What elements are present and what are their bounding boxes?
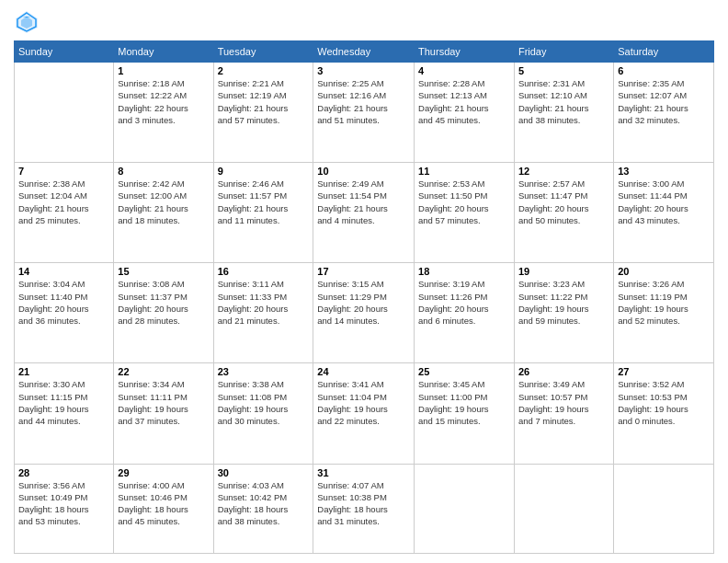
day-number: 7: [18, 166, 109, 177]
day-number: 5: [518, 65, 609, 76]
day-number: 6: [618, 65, 710, 76]
day-info: Sunrise: 3:08 AM Sunset: 11:37 PM Daylig…: [118, 278, 209, 327]
day-info: Sunrise: 2:53 AM Sunset: 11:50 PM Daylig…: [418, 178, 510, 226]
calendar-page: Blue SundayMondayTuesdayWednesdayThursda…: [0, 0, 728, 563]
day-info: Sunrise: 2:42 AM Sunset: 12:00 AM Daylig…: [118, 178, 209, 226]
calendar-cell: 13Sunrise: 3:00 AM Sunset: 11:44 PM Dayl…: [614, 163, 714, 263]
day-info: Sunrise: 3:23 AM Sunset: 11:22 PM Daylig…: [518, 278, 609, 327]
day-info: Sunrise: 3:45 AM Sunset: 11:00 PM Daylig…: [418, 378, 510, 427]
calendar-cell: 6Sunrise: 2:35 AM Sunset: 12:07 AM Dayli…: [614, 63, 714, 163]
day-number: 31: [317, 467, 410, 478]
day-number: 28: [18, 467, 109, 478]
calendar-cell: 4Sunrise: 2:28 AM Sunset: 12:13 AM Dayli…: [415, 63, 515, 163]
day-info: Sunrise: 2:25 AM Sunset: 12:16 AM Daylig…: [317, 77, 410, 126]
day-number: 10: [317, 166, 410, 177]
calendar-cell: 19Sunrise: 3:23 AM Sunset: 11:22 PM Dayl…: [514, 263, 613, 363]
day-info: Sunrise: 3:11 AM Sunset: 11:33 PM Daylig…: [218, 278, 310, 327]
week-row-3: 14Sunrise: 3:04 AM Sunset: 11:40 PM Dayl…: [15, 263, 714, 363]
col-header-friday: Friday: [514, 41, 613, 63]
calendar-cell: 11Sunrise: 2:53 AM Sunset: 11:50 PM Dayl…: [415, 163, 515, 263]
col-header-wednesday: Wednesday: [313, 41, 415, 63]
week-row-4: 21Sunrise: 3:30 AM Sunset: 11:15 PM Dayl…: [15, 363, 714, 464]
day-number: 1: [118, 65, 209, 76]
day-info: Sunrise: 2:28 AM Sunset: 12:13 AM Daylig…: [418, 77, 510, 126]
day-number: 21: [18, 366, 109, 377]
day-number: 17: [317, 266, 410, 277]
calendar-cell: 5Sunrise: 2:31 AM Sunset: 12:10 AM Dayli…: [514, 63, 613, 163]
day-number: 12: [518, 166, 609, 177]
day-number: 14: [18, 266, 109, 277]
day-info: Sunrise: 2:57 AM Sunset: 11:47 PM Daylig…: [518, 178, 609, 226]
col-header-monday: Monday: [114, 41, 213, 63]
day-info: Sunrise: 4:03 AM Sunset: 10:42 PM Daylig…: [218, 479, 310, 528]
day-info: Sunrise: 2:21 AM Sunset: 12:19 AM Daylig…: [218, 77, 310, 126]
day-info: Sunrise: 3:00 AM Sunset: 11:44 PM Daylig…: [618, 178, 710, 226]
calendar-cell: 8Sunrise: 2:42 AM Sunset: 12:00 AM Dayli…: [114, 163, 213, 263]
calendar-cell: 10Sunrise: 2:49 AM Sunset: 11:54 PM Dayl…: [313, 163, 415, 263]
calendar-cell: 14Sunrise: 3:04 AM Sunset: 11:40 PM Dayl…: [15, 263, 114, 363]
calendar-cell: 9Sunrise: 2:46 AM Sunset: 11:57 PM Dayli…: [213, 163, 313, 263]
header: Blue: [14, 9, 714, 35]
col-header-saturday: Saturday: [614, 41, 714, 63]
calendar-cell: 25Sunrise: 3:45 AM Sunset: 11:00 PM Dayl…: [415, 363, 515, 464]
day-info: Sunrise: 2:31 AM Sunset: 12:10 AM Daylig…: [518, 77, 609, 126]
day-number: 8: [118, 166, 209, 177]
day-number: 11: [418, 166, 510, 177]
week-row-5: 28Sunrise: 3:56 AM Sunset: 10:49 PM Dayl…: [15, 464, 714, 553]
day-number: 23: [218, 366, 310, 377]
week-row-2: 7Sunrise: 2:38 AM Sunset: 12:04 AM Dayli…: [15, 163, 714, 263]
calendar-header-row: SundayMondayTuesdayWednesdayThursdayFrid…: [15, 41, 714, 63]
calendar-cell: 23Sunrise: 3:38 AM Sunset: 11:08 PM Dayl…: [213, 363, 313, 464]
day-number: 9: [218, 166, 310, 177]
day-info: Sunrise: 3:15 AM Sunset: 11:29 PM Daylig…: [317, 278, 410, 327]
calendar-cell: 30Sunrise: 4:03 AM Sunset: 10:42 PM Dayl…: [213, 464, 313, 553]
logo: Blue: [14, 9, 42, 35]
day-number: 13: [618, 166, 710, 177]
calendar-cell: 2Sunrise: 2:21 AM Sunset: 12:19 AM Dayli…: [213, 63, 313, 163]
day-info: Sunrise: 2:46 AM Sunset: 11:57 PM Daylig…: [218, 178, 310, 226]
calendar-cell: 1Sunrise: 2:18 AM Sunset: 12:22 AM Dayli…: [114, 63, 213, 163]
day-info: Sunrise: 3:04 AM Sunset: 11:40 PM Daylig…: [18, 278, 109, 327]
day-number: 26: [518, 366, 609, 377]
calendar-cell: 15Sunrise: 3:08 AM Sunset: 11:37 PM Dayl…: [114, 263, 213, 363]
day-number: 30: [218, 467, 310, 478]
day-number: 29: [118, 467, 209, 478]
day-number: 4: [418, 65, 510, 76]
calendar-cell: [614, 464, 714, 553]
calendar-cell: 7Sunrise: 2:38 AM Sunset: 12:04 AM Dayli…: [15, 163, 114, 263]
calendar-cell: 22Sunrise: 3:34 AM Sunset: 11:11 PM Dayl…: [114, 363, 213, 464]
day-info: Sunrise: 3:52 AM Sunset: 10:53 PM Daylig…: [618, 378, 710, 427]
calendar-cell: 31Sunrise: 4:07 AM Sunset: 10:38 PM Dayl…: [313, 464, 415, 553]
day-number: 20: [618, 266, 710, 277]
calendar-cell: 27Sunrise: 3:52 AM Sunset: 10:53 PM Dayl…: [614, 363, 714, 464]
day-number: 18: [418, 266, 510, 277]
logo-icon: [14, 9, 40, 35]
calendar-cell: 26Sunrise: 3:49 AM Sunset: 10:57 PM Dayl…: [514, 363, 613, 464]
day-info: Sunrise: 3:49 AM Sunset: 10:57 PM Daylig…: [518, 378, 609, 427]
day-number: 27: [618, 366, 710, 377]
day-info: Sunrise: 3:19 AM Sunset: 11:26 PM Daylig…: [418, 278, 510, 327]
calendar-cell: 24Sunrise: 3:41 AM Sunset: 11:04 PM Dayl…: [313, 363, 415, 464]
day-number: 2: [218, 65, 310, 76]
col-header-thursday: Thursday: [415, 41, 515, 63]
day-number: 24: [317, 366, 410, 377]
day-info: Sunrise: 2:35 AM Sunset: 12:07 AM Daylig…: [618, 77, 710, 126]
calendar-cell: [15, 63, 114, 163]
day-info: Sunrise: 3:34 AM Sunset: 11:11 PM Daylig…: [118, 378, 209, 427]
calendar-cell: 16Sunrise: 3:11 AM Sunset: 11:33 PM Dayl…: [213, 263, 313, 363]
day-info: Sunrise: 3:41 AM Sunset: 11:04 PM Daylig…: [317, 378, 410, 427]
calendar-cell: 21Sunrise: 3:30 AM Sunset: 11:15 PM Dayl…: [15, 363, 114, 464]
calendar-cell: 20Sunrise: 3:26 AM Sunset: 11:19 PM Dayl…: [614, 263, 714, 363]
day-info: Sunrise: 3:38 AM Sunset: 11:08 PM Daylig…: [218, 378, 310, 427]
day-number: 3: [317, 65, 410, 76]
calendar-cell: 12Sunrise: 2:57 AM Sunset: 11:47 PM Dayl…: [514, 163, 613, 263]
calendar-cell: 29Sunrise: 4:00 AM Sunset: 10:46 PM Dayl…: [114, 464, 213, 553]
day-number: 16: [218, 266, 310, 277]
col-header-tuesday: Tuesday: [213, 41, 313, 63]
day-number: 25: [418, 366, 510, 377]
day-info: Sunrise: 3:56 AM Sunset: 10:49 PM Daylig…: [18, 479, 109, 528]
calendar-cell: 28Sunrise: 3:56 AM Sunset: 10:49 PM Dayl…: [15, 464, 114, 553]
day-info: Sunrise: 3:26 AM Sunset: 11:19 PM Daylig…: [618, 278, 710, 327]
calendar-table: SundayMondayTuesdayWednesdayThursdayFrid…: [14, 40, 714, 554]
calendar-cell: 17Sunrise: 3:15 AM Sunset: 11:29 PM Dayl…: [313, 263, 415, 363]
